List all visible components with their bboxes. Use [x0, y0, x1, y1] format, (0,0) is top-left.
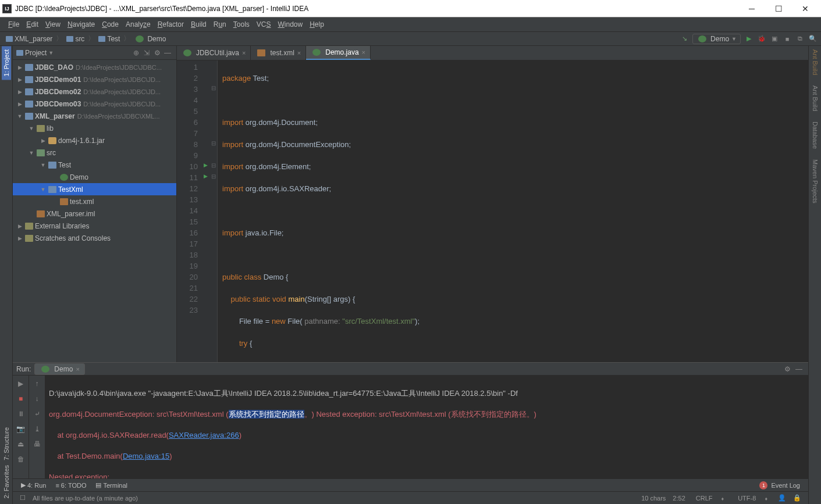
run-method-icon[interactable]: ▶: [201, 171, 209, 182]
run-button[interactable]: ▶: [744, 34, 754, 44]
tool-todo[interactable]: ≡ 6: TODO: [51, 481, 91, 490]
close-tab-icon[interactable]: ×: [242, 49, 246, 56]
menu-edit[interactable]: Edit: [23, 19, 42, 30]
status-message: All files are up-to-date (a minute ago): [29, 495, 141, 502]
run-configuration-selector[interactable]: Demo ▼: [692, 34, 741, 44]
search-everywhere-button[interactable]: 🔍: [808, 34, 818, 44]
class-icon: [183, 49, 191, 56]
close-tab-icon[interactable]: ×: [76, 366, 79, 373]
editor-tab[interactable]: test.xml×: [251, 46, 306, 60]
locate-icon[interactable]: ⊕: [131, 48, 141, 58]
tree-node-selected: ▼TestXml: [13, 183, 176, 195]
app-icon: IJ: [2, 4, 12, 13]
project-structure-button[interactable]: ⧉: [795, 34, 805, 44]
caret-position[interactable]: 2:52: [669, 495, 688, 502]
tool-terminal[interactable]: ▤ Terminal: [91, 480, 132, 490]
breadcrumb-item[interactable]: src: [64, 34, 87, 44]
hide-icon[interactable]: —: [793, 363, 805, 375]
tool-database[interactable]: Database: [812, 119, 819, 151]
menu-file[interactable]: File: [5, 19, 23, 30]
hide-icon[interactable]: —: [162, 48, 173, 58]
menu-navigate[interactable]: Navigate: [64, 19, 98, 30]
collapse-icon[interactable]: ⇲: [141, 48, 152, 58]
class-icon: [698, 35, 706, 42]
editor-tab[interactable]: JDBCUtil.java×: [177, 46, 251, 60]
scroll-icon[interactable]: ⤓: [31, 423, 43, 435]
soft-wrap-icon[interactable]: ⤶: [31, 408, 43, 420]
lock-icon[interactable]: 🔒: [790, 494, 805, 502]
breadcrumb-item[interactable]: XML_parser: [3, 34, 55, 44]
breadcrumb-item[interactable]: Test: [96, 34, 122, 44]
close-tab-icon[interactable]: ×: [362, 49, 365, 56]
tool-maven[interactable]: Maven Projects: [812, 157, 819, 206]
line-separator[interactable]: CRLF ♦: [689, 495, 731, 502]
fold-gutter: ⊟⊟⊟⊟: [209, 60, 218, 362]
menu-window[interactable]: Window: [274, 19, 306, 30]
run-toolbar-right: ↑ ↓ ⤶ ⤓ 🖶: [29, 376, 45, 478]
event-log[interactable]: 1Event Log: [755, 480, 805, 491]
window-titlebar: IJ JDBC [D:\IdeaProjects\JDBC] - ...\XML…: [0, 0, 821, 17]
up-icon[interactable]: ↑: [31, 378, 43, 389]
tool-project[interactable]: 1: Project: [2, 46, 11, 80]
chevron-down-icon[interactable]: ▼: [48, 50, 54, 56]
menu-help[interactable]: Help: [306, 19, 328, 30]
tool-ant[interactable]: Ant Build: [812, 47, 819, 77]
stacktrace-link[interactable]: Demo.java:15: [123, 452, 169, 460]
selection-size: 10 chars: [638, 495, 669, 502]
pause-button[interactable]: ⏸: [15, 408, 27, 420]
project-tree[interactable]: ▶JDBC_DAOD:\IdeaProjects\JDBC\JDBC... ▶J…: [13, 60, 176, 362]
xml-icon: [257, 49, 265, 56]
menu-refactor[interactable]: Refactor: [154, 19, 187, 30]
file-encoding[interactable]: UTF-8 ♦: [731, 495, 774, 502]
stop-button[interactable]: ■: [783, 34, 792, 44]
exit-button[interactable]: ⏏: [15, 438, 27, 450]
maximize-button[interactable]: ☐: [765, 1, 792, 17]
close-tab-icon[interactable]: ×: [297, 49, 301, 56]
menu-code[interactable]: Code: [98, 19, 122, 30]
rerun-button[interactable]: ▶: [15, 378, 27, 389]
tool-run[interactable]: ▶ 4: Run: [16, 480, 51, 490]
breadcrumb: XML_parser 〉 src 〉 Test 〉 Demo: [3, 34, 168, 44]
folder-icon: [66, 36, 73, 42]
tool-structure[interactable]: 7: Structure: [3, 425, 10, 463]
tool-ant-label[interactable]: Ant Build: [812, 83, 819, 113]
navigation-bar: XML_parser 〉 src 〉 Test 〉 Demo ↘ Demo ▼ …: [0, 32, 821, 46]
code-editor[interactable]: 1234567891011121314151617181920212223 ▶ …: [177, 60, 808, 362]
code-content[interactable]: package Test; import org.dom4j.Document;…: [218, 60, 808, 362]
menu-view[interactable]: View: [42, 19, 64, 30]
class-icon: [312, 49, 321, 56]
tool-favorites[interactable]: 2: Favorites: [3, 463, 10, 501]
editor-tab-active[interactable]: Demo.java×: [306, 46, 371, 60]
inspection-icon[interactable]: 👤: [774, 494, 790, 502]
run-tool-window: Run: Demo× ⚙ — ▶ ■ ⏸ 📷 ⏏ 🗑 ↑ ↓: [13, 362, 808, 478]
run-toolbar-left: ▶ ■ ⏸ 📷 ⏏ 🗑: [13, 376, 29, 478]
build-icon[interactable]: ↘: [680, 34, 689, 44]
dump-button[interactable]: 📷: [15, 423, 27, 435]
run-tab[interactable]: Demo×: [34, 363, 84, 375]
down-icon[interactable]: ↓: [31, 393, 43, 405]
menu-vcs[interactable]: VCS: [253, 19, 275, 30]
debug-button[interactable]: 🐞: [757, 34, 766, 44]
stop-button[interactable]: ■: [15, 393, 27, 405]
editor-tabs: JDBCUtil.java× test.xml× Demo.java×: [177, 46, 808, 60]
print-icon[interactable]: 🖶: [31, 438, 43, 450]
gear-icon[interactable]: ⚙: [781, 363, 793, 375]
menu-build[interactable]: Build: [187, 19, 210, 30]
trash-button[interactable]: 🗑: [15, 453, 27, 465]
project-title: Project: [25, 49, 47, 57]
gear-icon[interactable]: ⚙: [152, 48, 162, 58]
menu-run[interactable]: Run: [210, 19, 230, 30]
window-list-icon[interactable]: ☐: [16, 494, 29, 502]
breadcrumb-item[interactable]: Demo: [131, 34, 168, 44]
menu-tools[interactable]: Tools: [230, 19, 253, 30]
menu-analyze[interactable]: Analyze: [122, 19, 154, 30]
window-title: JDBC [D:\IdeaProjects\JDBC] - ...\XML_pa…: [15, 5, 308, 13]
console-output[interactable]: D:\java\jdk-9.0.4\bin\java.exe "-javaage…: [45, 376, 808, 478]
run-class-icon[interactable]: ▶: [201, 160, 209, 171]
minimize-button[interactable]: ─: [738, 1, 765, 17]
project-tool-window: Project ▼ ⊕ ⇲ ⚙ — ▶JDBC_DAOD:\IdeaProjec…: [13, 46, 177, 362]
stacktrace-link[interactable]: SAXReader.java:266: [169, 431, 239, 439]
editor-area: JDBCUtil.java× test.xml× Demo.java× 1234…: [177, 46, 808, 362]
coverage-button[interactable]: ▣: [770, 34, 779, 44]
close-button[interactable]: ✕: [792, 1, 819, 17]
